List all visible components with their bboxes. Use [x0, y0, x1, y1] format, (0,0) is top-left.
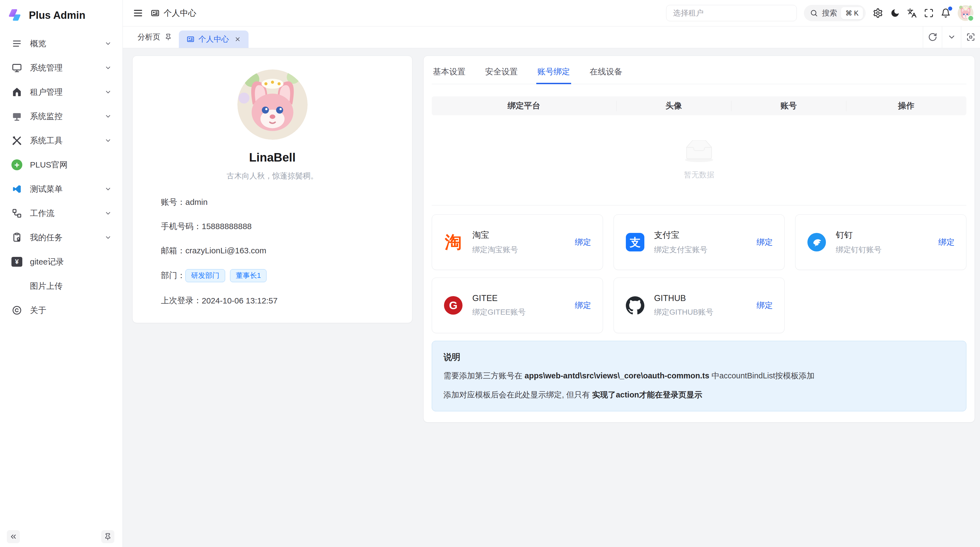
search-icon: [810, 9, 818, 17]
no-icon: [11, 280, 23, 292]
chevron-down-icon: [105, 40, 111, 47]
alipay-icon: 支: [625, 232, 645, 252]
profile-details: 账号： admin 手机号码： 15888888888 邮箱： crazyLio…: [132, 181, 412, 306]
app-title: Plus Admin: [29, 10, 86, 21]
bind-dingtalk-link[interactable]: 绑定: [939, 237, 955, 248]
tab-account-binding[interactable]: 账号绑定: [536, 61, 571, 84]
logo[interactable]: Plus Admin: [0, 0, 123, 30]
department-tag: 研发部门: [185, 269, 225, 282]
tabbar: 分析页 个人中心: [123, 26, 980, 48]
sidebar-item-my-tasks[interactable]: 我的任务: [4, 226, 119, 249]
sidebar-item-system-tools[interactable]: 系统工具: [4, 130, 119, 152]
tools-icon: [11, 135, 23, 147]
close-icon[interactable]: [234, 36, 241, 43]
sidebar-item-overview[interactable]: 概览: [4, 33, 119, 54]
bind-github-link[interactable]: 绑定: [757, 300, 773, 311]
id-card-icon: [186, 35, 195, 43]
sidebar-item-system-management[interactable]: 系统管理: [4, 57, 119, 79]
tab-personal-center[interactable]: 个人中心: [179, 30, 248, 48]
vscode-icon: [11, 183, 23, 195]
binding-table-header: 绑定平台 头像 账号 操作: [432, 96, 966, 115]
global-search[interactable]: 搜索 ⌘ K: [804, 5, 865, 21]
bind-gitee-link[interactable]: 绑定: [575, 300, 591, 311]
chevron-down-icon: [105, 113, 111, 120]
tab-online-devices[interactable]: 在线设备: [589, 61, 624, 84]
sidebar-item-tenant-management[interactable]: 租户管理: [4, 81, 119, 103]
tab-label: 个人中心: [199, 34, 229, 45]
profile-field-phone: 手机号码： 15888888888: [161, 221, 396, 232]
tenant-select-input[interactable]: [666, 5, 797, 21]
refresh-button[interactable]: [923, 26, 942, 48]
sidebar-item-test-menu[interactable]: 测试菜单: [4, 178, 119, 200]
sidebar-pin-button[interactable]: [101, 530, 115, 543]
tab-analysis[interactable]: 分析页: [130, 26, 179, 48]
moon-icon[interactable]: [890, 8, 900, 18]
id-card-icon: [151, 8, 160, 18]
panel-tabs: 基本设置 安全设置 账号绑定 在线设备: [432, 61, 966, 84]
home-icon: [11, 86, 23, 98]
sidebar-item-about[interactable]: 关于: [4, 299, 119, 321]
bind-alipay-link[interactable]: 绑定: [757, 237, 773, 248]
profile-avatar: [237, 69, 308, 140]
chevron-down-icon: [105, 185, 111, 193]
bind-cards-grid: 淘 淘宝 绑定淘宝账号 绑定 支 支付宝 绑定支付宝账号 绑定: [432, 214, 966, 333]
search-label: 搜索: [822, 8, 837, 18]
department-tag: 董事长1: [230, 269, 267, 282]
tab-security-settings[interactable]: 安全设置: [484, 61, 519, 84]
chevron-down-icon: [105, 89, 111, 96]
yen-calendar-icon: ¥: [11, 256, 23, 268]
breadcrumb[interactable]: 个人中心: [151, 8, 196, 19]
taobao-icon: 淘: [444, 232, 463, 252]
breadcrumb-label: 个人中心: [164, 8, 196, 19]
sidebar-item-workflow[interactable]: 工作流: [4, 203, 119, 224]
app-root: Plus Admin 概览 系统管理: [0, 0, 980, 547]
clipboard-icon: [11, 231, 23, 244]
logo-icon: [7, 7, 23, 23]
note-line-1: 需要添加第三方账号在 apps\web-antd\src\views\_core…: [444, 370, 955, 382]
empty-state: 暂无数据: [432, 115, 966, 205]
chevron-down-icon: [105, 210, 111, 217]
bind-taobao-link[interactable]: 绑定: [575, 237, 591, 248]
gitee-icon: G: [444, 295, 463, 315]
sidebar-collapse-button[interactable]: [7, 530, 20, 543]
chevron-down-icon: [105, 234, 111, 241]
copyright-icon: [11, 304, 23, 316]
bell-icon[interactable]: [941, 8, 951, 18]
bind-card-taobao: 淘 淘宝 绑定淘宝账号 绑定: [432, 214, 603, 270]
bind-card-gitee: G GITEE 绑定GITEE账号 绑定: [432, 277, 603, 333]
hamburger-menu-icon[interactable]: [132, 8, 143, 19]
sidebar-nav: 概览 系统管理 租户管理: [0, 30, 123, 324]
header: 个人中心 搜索 ⌘ K: [123, 0, 980, 26]
maximize-content-button[interactable]: [961, 26, 980, 48]
workflow-icon: [11, 207, 23, 219]
note-line-2: 添加对应模板后会在此处显示绑定, 但只有 实现了action才能在登录页显示: [444, 389, 955, 401]
profile-name: LinaBell: [249, 151, 296, 164]
profile-card: LinaBell 古木向人秋，惊蓬掠鬓稠。 账号： admin 手机号码： 15…: [132, 56, 412, 323]
sidebar-item-gitee-record[interactable]: ¥ gitee记录: [4, 251, 119, 273]
fullscreen-icon[interactable]: [924, 8, 934, 18]
sidebar-item-image-upload[interactable]: 图片上传: [4, 275, 119, 297]
profile-field-department: 部门： 研发部门 董事长1: [161, 269, 396, 282]
chevron-down-icon: [105, 137, 111, 144]
bind-card-github: GITHUB 绑定GITHUB账号 绑定: [614, 277, 785, 333]
search-shortcut: ⌘ K: [841, 7, 863, 19]
screen-icon: [11, 110, 23, 122]
monitor-icon: [11, 62, 23, 74]
translate-icon[interactable]: [907, 8, 917, 18]
empty-inbox-icon: [682, 140, 716, 163]
pin-icon[interactable]: [165, 33, 172, 41]
gear-icon[interactable]: [873, 8, 883, 18]
user-avatar[interactable]: [958, 5, 974, 21]
tab-basic-settings[interactable]: 基本设置: [432, 61, 466, 84]
profile-field-email: 邮箱： crazyLionLi@163.com: [161, 245, 396, 256]
divider: [432, 205, 966, 206]
sidebar-item-system-monitor[interactable]: 系统监控: [4, 105, 119, 127]
sidebar-item-plus-site[interactable]: + PLUS官网: [4, 154, 119, 176]
online-status-dot: [967, 15, 974, 22]
profile-field-last-login: 上次登录： 2024-10-06 13:12:57: [161, 295, 396, 306]
tab-menu-chevron-button[interactable]: [942, 26, 961, 48]
chevron-down-icon: [105, 64, 111, 71]
plus-circle-icon: +: [11, 159, 23, 171]
content: LinaBell 古木向人秋，惊蓬掠鬓稠。 账号： admin 手机号码： 15…: [123, 48, 980, 547]
note-title: 说明: [444, 351, 955, 363]
